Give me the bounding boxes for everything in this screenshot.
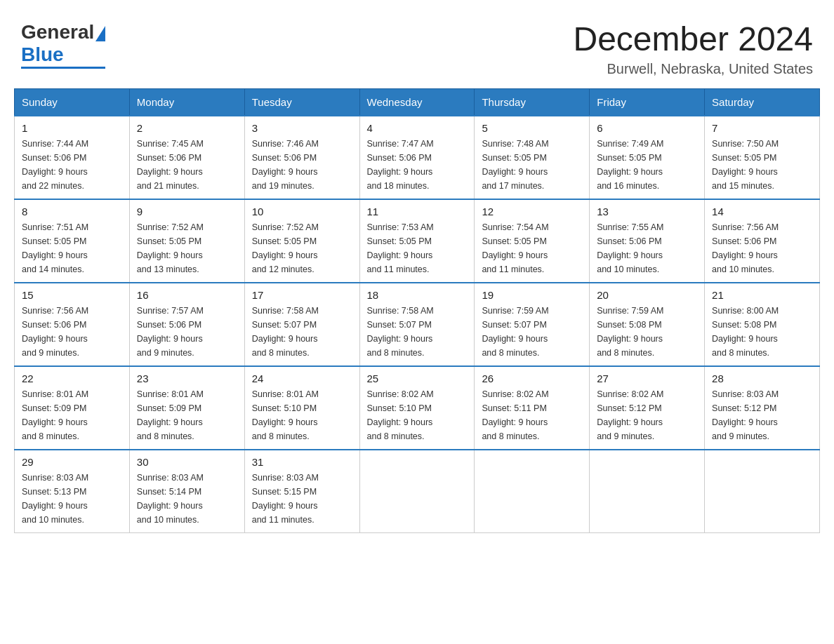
day-cell: 17 Sunrise: 7:58 AM Sunset: 5:07 PM Dayl…: [244, 283, 359, 366]
day-number: 22: [22, 373, 122, 384]
day-cell: 11 Sunrise: 7:53 AM Sunset: 5:05 PM Dayl…: [359, 199, 475, 283]
day-cell: 14 Sunrise: 7:56 AM Sunset: 5:06 PM Dayl…: [705, 199, 820, 283]
day-cell: [590, 450, 705, 533]
day-info: Sunrise: 8:03 AM Sunset: 5:13 PM Dayligh…: [22, 471, 122, 527]
day-cell: 28 Sunrise: 8:03 AM Sunset: 5:12 PM Dayl…: [705, 366, 820, 450]
day-cell: 24 Sunrise: 8:01 AM Sunset: 5:10 PM Dayl…: [244, 366, 359, 450]
logo: General Blue: [21, 21, 105, 69]
day-info: Sunrise: 7:56 AM Sunset: 5:06 PM Dayligh…: [22, 304, 122, 360]
day-number: 20: [597, 289, 697, 301]
title-block: December 2024 Burwell, Nebraska, United …: [573, 21, 813, 77]
day-cell: 19 Sunrise: 7:59 AM Sunset: 5:07 PM Dayl…: [475, 283, 590, 366]
day-cell: 10 Sunrise: 7:52 AM Sunset: 5:05 PM Dayl…: [244, 199, 359, 283]
day-info: Sunrise: 8:02 AM Sunset: 5:12 PM Dayligh…: [597, 387, 697, 443]
day-info: Sunrise: 8:03 AM Sunset: 5:15 PM Dayligh…: [252, 471, 352, 527]
day-number: 9: [137, 206, 237, 217]
day-cell: 29 Sunrise: 8:03 AM Sunset: 5:13 PM Dayl…: [15, 450, 130, 533]
day-info: Sunrise: 7:49 AM Sunset: 5:05 PM Dayligh…: [597, 137, 697, 193]
logo-word2: Blue: [21, 43, 64, 66]
logo-triangle-icon: [95, 26, 105, 41]
day-cell: 4 Sunrise: 7:47 AM Sunset: 5:06 PM Dayli…: [359, 116, 475, 199]
week-row-5: 29 Sunrise: 8:03 AM Sunset: 5:13 PM Dayl…: [15, 450, 820, 533]
day-info: Sunrise: 8:02 AM Sunset: 5:11 PM Dayligh…: [482, 387, 582, 443]
day-cell: 2 Sunrise: 7:45 AM Sunset: 5:06 PM Dayli…: [129, 116, 244, 199]
day-info: Sunrise: 7:51 AM Sunset: 5:05 PM Dayligh…: [22, 220, 122, 276]
day-info: Sunrise: 7:59 AM Sunset: 5:07 PM Dayligh…: [482, 304, 582, 360]
day-cell: 25 Sunrise: 8:02 AM Sunset: 5:10 PM Dayl…: [359, 366, 475, 450]
day-number: 29: [22, 456, 122, 468]
day-number: 27: [597, 373, 697, 384]
day-info: Sunrise: 7:55 AM Sunset: 5:06 PM Dayligh…: [597, 220, 697, 276]
calendar-header: Sunday Monday Tuesday Wednesday Thursday…: [15, 88, 820, 116]
day-cell: 31 Sunrise: 8:03 AM Sunset: 5:15 PM Dayl…: [244, 450, 359, 533]
calendar-table: Sunday Monday Tuesday Wednesday Thursday…: [14, 88, 820, 533]
day-info: Sunrise: 8:03 AM Sunset: 5:14 PM Dayligh…: [137, 471, 237, 527]
day-info: Sunrise: 7:53 AM Sunset: 5:05 PM Dayligh…: [367, 220, 468, 276]
day-cell: 1 Sunrise: 7:44 AM Sunset: 5:06 PM Dayli…: [15, 116, 130, 199]
day-cell: [705, 450, 820, 533]
day-number: 8: [22, 206, 122, 217]
day-info: Sunrise: 7:46 AM Sunset: 5:06 PM Dayligh…: [252, 137, 352, 193]
day-number: 21: [712, 289, 812, 301]
day-number: 6: [597, 122, 697, 134]
day-number: 14: [712, 206, 812, 217]
day-info: Sunrise: 7:47 AM Sunset: 5:06 PM Dayligh…: [367, 137, 468, 193]
day-number: 7: [712, 122, 812, 134]
day-number: 26: [482, 373, 582, 384]
day-number: 23: [137, 373, 237, 384]
calendar-body: 1 Sunrise: 7:44 AM Sunset: 5:06 PM Dayli…: [15, 116, 820, 533]
day-info: Sunrise: 8:01 AM Sunset: 5:09 PM Dayligh…: [22, 387, 122, 443]
week-row-1: 1 Sunrise: 7:44 AM Sunset: 5:06 PM Dayli…: [15, 116, 820, 199]
day-cell: 16 Sunrise: 7:57 AM Sunset: 5:06 PM Dayl…: [129, 283, 244, 366]
day-cell: [475, 450, 590, 533]
day-number: 12: [482, 206, 582, 217]
header-wednesday: Wednesday: [359, 88, 475, 116]
logo-underline: [21, 67, 105, 69]
day-cell: 8 Sunrise: 7:51 AM Sunset: 5:05 PM Dayli…: [15, 199, 130, 283]
day-cell: 5 Sunrise: 7:48 AM Sunset: 5:05 PM Dayli…: [475, 116, 590, 199]
day-cell: 18 Sunrise: 7:58 AM Sunset: 5:07 PM Dayl…: [359, 283, 475, 366]
day-info: Sunrise: 8:02 AM Sunset: 5:10 PM Dayligh…: [367, 387, 468, 443]
day-info: Sunrise: 7:50 AM Sunset: 5:05 PM Dayligh…: [712, 137, 812, 193]
day-number: 4: [367, 122, 468, 134]
day-number: 2: [137, 122, 237, 134]
day-info: Sunrise: 8:00 AM Sunset: 5:08 PM Dayligh…: [712, 304, 812, 360]
day-info: Sunrise: 8:03 AM Sunset: 5:12 PM Dayligh…: [712, 387, 812, 443]
week-row-3: 15 Sunrise: 7:56 AM Sunset: 5:06 PM Dayl…: [15, 283, 820, 366]
day-number: 31: [252, 456, 352, 468]
day-info: Sunrise: 7:58 AM Sunset: 5:07 PM Dayligh…: [367, 304, 468, 360]
day-cell: 30 Sunrise: 8:03 AM Sunset: 5:14 PM Dayl…: [129, 450, 244, 533]
day-cell: 12 Sunrise: 7:54 AM Sunset: 5:05 PM Dayl…: [475, 199, 590, 283]
day-number: 5: [482, 122, 582, 134]
day-number: 10: [252, 206, 352, 217]
day-info: Sunrise: 8:01 AM Sunset: 5:09 PM Dayligh…: [137, 387, 237, 443]
header-friday: Friday: [590, 88, 705, 116]
week-row-4: 22 Sunrise: 8:01 AM Sunset: 5:09 PM Dayl…: [15, 366, 820, 450]
day-info: Sunrise: 7:58 AM Sunset: 5:07 PM Dayligh…: [252, 304, 352, 360]
day-number: 17: [252, 289, 352, 301]
day-cell: 20 Sunrise: 7:59 AM Sunset: 5:08 PM Dayl…: [590, 283, 705, 366]
day-number: 28: [712, 373, 812, 384]
logo-word1: General: [21, 21, 94, 43]
day-info: Sunrise: 7:54 AM Sunset: 5:05 PM Dayligh…: [482, 220, 582, 276]
day-info: Sunrise: 7:52 AM Sunset: 5:05 PM Dayligh…: [252, 220, 352, 276]
day-cell: 13 Sunrise: 7:55 AM Sunset: 5:06 PM Dayl…: [590, 199, 705, 283]
day-number: 1: [22, 122, 122, 134]
header-sunday: Sunday: [15, 88, 130, 116]
day-number: 15: [22, 289, 122, 301]
day-cell: 15 Sunrise: 7:56 AM Sunset: 5:06 PM Dayl…: [15, 283, 130, 366]
header-monday: Monday: [129, 88, 244, 116]
week-row-2: 8 Sunrise: 7:51 AM Sunset: 5:05 PM Dayli…: [15, 199, 820, 283]
day-cell: 21 Sunrise: 8:00 AM Sunset: 5:08 PM Dayl…: [705, 283, 820, 366]
day-number: 30: [137, 456, 237, 468]
day-cell: 9 Sunrise: 7:52 AM Sunset: 5:05 PM Dayli…: [129, 199, 244, 283]
day-info: Sunrise: 7:48 AM Sunset: 5:05 PM Dayligh…: [482, 137, 582, 193]
header-tuesday: Tuesday: [244, 88, 359, 116]
day-info: Sunrise: 7:59 AM Sunset: 5:08 PM Dayligh…: [597, 304, 697, 360]
day-number: 3: [252, 122, 352, 134]
day-info: Sunrise: 8:01 AM Sunset: 5:10 PM Dayligh…: [252, 387, 352, 443]
day-cell: 27 Sunrise: 8:02 AM Sunset: 5:12 PM Dayl…: [590, 366, 705, 450]
day-cell: 3 Sunrise: 7:46 AM Sunset: 5:06 PM Dayli…: [244, 116, 359, 199]
day-cell: 7 Sunrise: 7:50 AM Sunset: 5:05 PM Dayli…: [705, 116, 820, 199]
day-cell: 22 Sunrise: 8:01 AM Sunset: 5:09 PM Dayl…: [15, 366, 130, 450]
